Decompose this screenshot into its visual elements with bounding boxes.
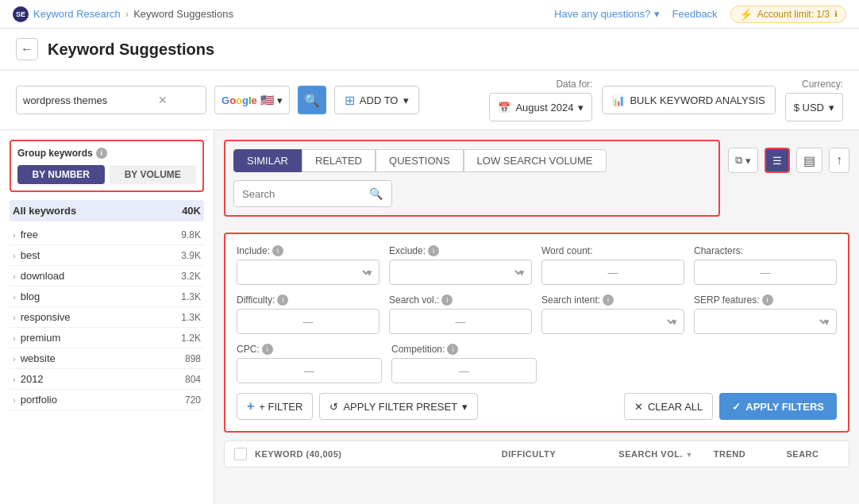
competition-info-icon[interactable]: i	[447, 344, 458, 355]
clear-all-button[interactable]: ✕ CLEAR ALL	[624, 393, 713, 420]
keyword-column-header[interactable]: KEYWORD (40,005)	[255, 449, 474, 459]
apply-preset-button[interactable]: ↺ APPLY FILTER PRESET ▾	[319, 393, 478, 420]
serp-features-filter: SERP features: i ▾	[694, 294, 837, 334]
keyword-item-free[interactable]: › free 9.8K	[10, 225, 204, 245]
keyword-item-best[interactable]: › best 3.9K	[10, 245, 204, 266]
keyword-count: 3.9K	[181, 250, 201, 261]
google-flag-chevron: ▾	[277, 94, 283, 106]
difficulty-input[interactable]: —	[237, 309, 379, 334]
data-for-area: Data for: 📅 August 2024 ▾	[489, 79, 592, 121]
cpc-input[interactable]: —	[237, 358, 382, 383]
difficulty-info-icon[interactable]: i	[277, 294, 288, 306]
keyword-chevron-icon: ›	[13, 333, 16, 343]
search-icon: 🔍	[304, 93, 320, 108]
columns-button[interactable]: ▤	[796, 148, 822, 173]
filters-row-3: CPC: i — Competition: i —	[237, 344, 837, 383]
have-questions-button[interactable]: Have any questions? ▾	[554, 8, 659, 20]
google-logo: Google	[221, 94, 257, 106]
word-count-input[interactable]: —	[541, 260, 684, 285]
filter-active-button[interactable]: ☰	[765, 148, 790, 173]
page-title: Keyword Suggestions	[48, 40, 214, 59]
tab-low-search-volume[interactable]: LOW SEARCH VOLUME	[464, 149, 607, 172]
export-button[interactable]: ↑	[829, 148, 849, 173]
cpc-info-icon[interactable]: i	[262, 344, 273, 355]
tab-search-input[interactable]	[242, 188, 369, 200]
calendar-icon: 📅	[498, 102, 510, 113]
trend-column-header[interactable]: TREND	[693, 449, 766, 459]
clear-all-x-icon: ✕	[634, 401, 643, 413]
all-keywords-row[interactable]: All keywords 40K	[10, 200, 204, 221]
search-vol-column-header[interactable]: SEARCH VOL. ▼	[584, 449, 693, 459]
currency-selector[interactable]: $ USD ▾	[785, 93, 843, 121]
keyword-chevron-icon: ›	[13, 395, 16, 405]
keyword-name: download	[21, 270, 182, 282]
currency-chevron: ▾	[829, 102, 834, 113]
include-label: Include: i	[237, 245, 379, 256]
keyword-item-download[interactable]: › download 3.2K	[10, 266, 204, 287]
all-keywords-label: All keywords	[13, 205, 76, 217]
include-filter: Include: i ▾	[237, 245, 379, 285]
keyword-item-blog[interactable]: › blog 1.3K	[10, 287, 204, 307]
keyword-item-premium[interactable]: › premium 1.2K	[10, 328, 204, 348]
date-chevron: ▾	[578, 102, 584, 113]
exclude-info-icon[interactable]: i	[428, 245, 439, 256]
serp-features-info-icon[interactable]: i	[762, 294, 773, 306]
keyword-item-2012[interactable]: › 2012 804	[10, 369, 204, 390]
exclude-select[interactable]	[396, 266, 525, 279]
account-limit-badge[interactable]: ⚡ Account limit: 1/3 ℹ	[730, 6, 846, 23]
keyword-search-input[interactable]	[23, 94, 158, 106]
keyword-name: portfolio	[21, 394, 185, 406]
tabs-row: SIMILAR RELATED QUESTIONS LOW SEARCH VOL…	[233, 149, 711, 172]
difficulty-dash: —	[303, 316, 314, 328]
keyword-name: 2012	[21, 373, 185, 385]
keyword-item-portfolio[interactable]: › portfolio 720	[10, 390, 204, 410]
bulk-keyword-analysis-button[interactable]: 📊 BULK KEYWORD ANALYSIS	[602, 86, 775, 114]
apply-filters-button[interactable]: ✓ APPLY FILTERS	[719, 393, 837, 420]
include-select[interactable]	[244, 266, 372, 279]
by-number-button[interactable]: BY NUMBER	[17, 165, 105, 184]
search-intent-info-icon[interactable]: i	[603, 294, 614, 306]
back-button[interactable]: ←	[16, 38, 38, 60]
google-flag-selector[interactable]: Google 🇺🇸 ▾	[214, 86, 290, 114]
include-input[interactable]: ▾	[237, 260, 379, 285]
characters-input[interactable]: —	[694, 260, 837, 285]
competition-input[interactable]: —	[391, 358, 537, 383]
table-select-all-checkbox[interactable]	[234, 448, 247, 460]
currency-label: Currency:	[802, 79, 843, 90]
characters-dash: —	[761, 267, 771, 279]
difficulty-column-header[interactable]: DIFFICULTY	[474, 449, 584, 459]
tab-related[interactable]: RELATED	[302, 149, 376, 172]
keyword-item-website[interactable]: › website 898	[10, 348, 204, 369]
clear-search-icon[interactable]: ✕	[158, 94, 168, 106]
date-selector[interactable]: 📅 August 2024 ▾	[489, 93, 592, 121]
competition-filter: Competition: i —	[391, 344, 537, 383]
filters-panel: Include: i ▾ Exclude: i	[224, 233, 849, 433]
exclude-input[interactable]: ▾	[389, 260, 532, 285]
search-vol-filter: Search vol.: i —	[389, 294, 532, 334]
serp-features-select[interactable]	[701, 315, 830, 329]
search-intent-input[interactable]: ▾	[541, 309, 684, 334]
keyword-item-responsive[interactable]: › responsive 1.3K	[10, 307, 204, 328]
keyword-count: 1.2K	[181, 333, 201, 344]
search-vol-info-icon[interactable]: i	[441, 294, 453, 306]
add-filter-button[interactable]: + + FILTER	[237, 393, 313, 420]
group-keywords-info-icon[interactable]: i	[96, 148, 107, 159]
search-vol-input[interactable]: —	[389, 309, 532, 334]
search-button[interactable]: 🔍	[298, 86, 326, 114]
by-volume-button[interactable]: BY VOLUME	[110, 165, 197, 184]
app-icon: SE	[13, 6, 29, 22]
feedback-button[interactable]: Feedback	[672, 8, 718, 20]
search-intent-select[interactable]	[549, 315, 677, 329]
keyword-count: 3.2K	[181, 271, 201, 282]
include-info-icon[interactable]: i	[272, 245, 283, 256]
searc-column-header[interactable]: SEARC	[766, 449, 839, 459]
keyword-search-wrapper: ✕	[16, 86, 206, 114]
breadcrumb-keyword-research[interactable]: Keyword Research	[33, 8, 121, 20]
add-to-button[interactable]: ⊞ ADD TO ▾	[334, 86, 419, 114]
back-icon: ←	[21, 42, 33, 56]
tab-similar[interactable]: SIMILAR	[233, 149, 302, 172]
tabs-search-area: SIMILAR RELATED QUESTIONS LOW SEARCH VOL…	[224, 140, 720, 217]
tab-questions[interactable]: QUESTIONS	[376, 149, 464, 172]
serp-features-input[interactable]: ▾	[694, 309, 837, 334]
copy-button[interactable]: ⧉ ▾	[728, 148, 758, 173]
